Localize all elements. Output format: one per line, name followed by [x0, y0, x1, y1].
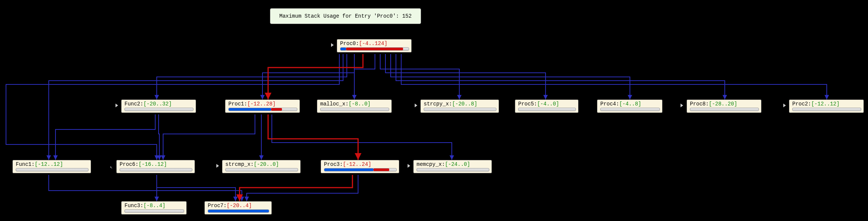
cursor-icon: ↖: [110, 164, 112, 170]
node-label: Proc1:: [228, 101, 247, 107]
diagram-canvas: Maximum Stack Usage for Entry 'Proc0': 1…: [0, 0, 868, 221]
usage-bar: [16, 168, 88, 171]
node-label: Func1:: [16, 161, 34, 167]
usage-bar: [792, 108, 861, 111]
node-proc5[interactable]: Proc5: [-4..0]: [515, 99, 579, 113]
node-range: [-12..24]: [343, 161, 371, 167]
usage-bar: [120, 168, 192, 171]
node-label: malloc_x:: [320, 101, 349, 107]
node-label: strcpy_x:: [424, 101, 452, 107]
node-label: Proc7:: [208, 203, 226, 209]
node-label: Proc3:: [324, 161, 343, 167]
node-range: [-20..8]: [452, 101, 477, 107]
usage-bar: [340, 47, 409, 51]
expand-triangle-icon[interactable]: [783, 104, 786, 107]
usage-bar: [690, 108, 759, 111]
node-label: Proc6:: [120, 161, 138, 167]
node-proc4[interactable]: Proc4: [-4..8]: [597, 99, 663, 113]
node-range: [-20..0]: [254, 161, 279, 167]
node-label: Func3:: [124, 203, 143, 209]
node-proc1[interactable]: Proc1: [-12..28]: [225, 99, 300, 113]
node-range: [-20..32]: [143, 101, 172, 107]
usage-bar: [324, 168, 397, 171]
node-label: Proc2:: [792, 101, 811, 107]
node-range: [-20..4]: [226, 203, 252, 209]
usage-bar: [124, 108, 193, 111]
node-range: [-12..28]: [247, 101, 276, 107]
node-proc2[interactable]: Proc2: [-12..12]: [789, 99, 864, 113]
expand-triangle-icon[interactable]: [216, 164, 219, 168]
node-range: [-8..4]: [143, 203, 165, 209]
node-proc7[interactable]: Proc7: [-20..4]: [204, 201, 272, 215]
node-func2[interactable]: Func2: [-20..32]: [121, 99, 196, 113]
usage-bar: [208, 209, 269, 213]
node-range: [-28..20]: [709, 101, 737, 107]
node-label: Proc5:: [518, 101, 537, 107]
usage-bar: [225, 168, 298, 171]
node-func3[interactable]: Func3: [-8..4]: [121, 201, 187, 215]
node-proc6[interactable]: Proc6: [-16..12]: [116, 160, 195, 173]
usage-bar: [320, 108, 389, 111]
node-malloc_x[interactable]: malloc_x: [-8..0]: [317, 99, 392, 113]
usage-bar: [600, 108, 660, 111]
node-label: Proc4:: [600, 101, 619, 107]
node-range: [-8..0]: [349, 101, 371, 107]
usage-bar: [228, 108, 297, 111]
usage-bar: [518, 108, 576, 111]
node-range: [-24..0]: [445, 161, 470, 167]
node-proc3[interactable]: Proc3: [-12..24]: [321, 160, 399, 173]
node-label: strcmp_x:: [225, 161, 254, 167]
node-strcpy_x[interactable]: strcpy_x: [-20..8]: [420, 99, 499, 113]
node-range: [-16..12]: [138, 161, 167, 167]
node-proc0[interactable]: Proc0: [-4..124]: [337, 39, 412, 53]
expand-triangle-icon[interactable]: [331, 43, 334, 47]
usage-bar: [124, 209, 184, 213]
title-box: Maximum Stack Usage for Entry 'Proc0': 1…: [270, 8, 421, 24]
usage-bar: [417, 168, 489, 171]
expand-triangle-icon[interactable]: [681, 104, 683, 107]
node-range: [-4..0]: [537, 101, 559, 107]
expand-triangle-icon[interactable]: [408, 164, 410, 168]
node-label: Func2:: [124, 101, 143, 107]
node-range: [-12..12]: [811, 101, 840, 107]
usage-bar: [424, 108, 496, 111]
node-proc8[interactable]: Proc8: [-28..20]: [687, 99, 762, 113]
node-label: memcpy_x:: [417, 161, 445, 167]
title-text: Maximum Stack Usage for Entry 'Proc0': 1…: [279, 13, 412, 19]
node-label: Proc8:: [690, 101, 709, 107]
node-range: [-4..124]: [359, 41, 387, 47]
node-func1[interactable]: Func1: [-12..12]: [12, 160, 91, 173]
node-label: Proc0:: [340, 41, 359, 47]
expand-triangle-icon[interactable]: [415, 104, 417, 107]
expand-triangle-icon[interactable]: [115, 104, 118, 107]
node-range: [-12..12]: [34, 161, 63, 167]
node-strcmp_x[interactable]: strcmp_x: [-20..0]: [222, 160, 301, 173]
node-memcpy_x[interactable]: memcpy_x: [-24..0]: [413, 160, 492, 173]
node-range: [-4..8]: [619, 101, 641, 107]
